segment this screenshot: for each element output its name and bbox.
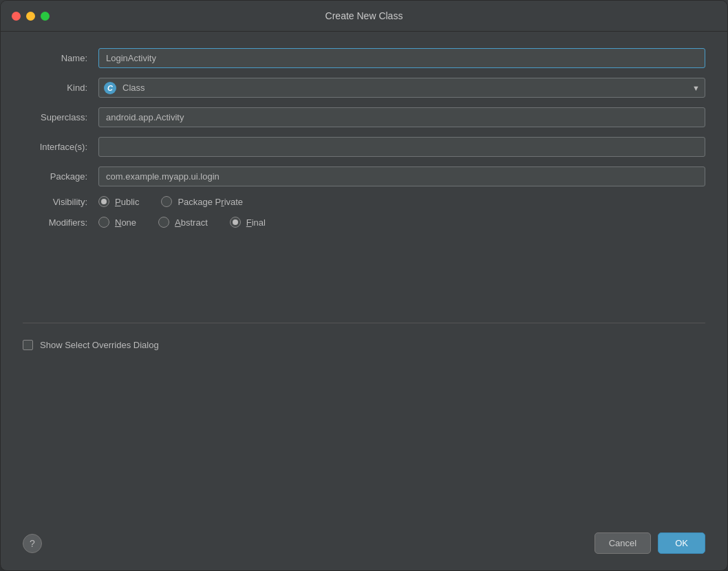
footer: ? Cancel OK (1, 521, 727, 570)
modifier-abstract-label: Abstract (175, 217, 208, 228)
visibility-public-label: Public (115, 197, 139, 207)
visibility-public-item[interactable]: Public (98, 196, 139, 207)
package-input[interactable] (98, 166, 705, 186)
ok-button[interactable]: OK (658, 532, 705, 554)
modifier-none-item[interactable]: None (98, 217, 136, 228)
visibility-package-private-label: Package Private (178, 197, 243, 207)
modifier-none-radio[interactable] (98, 217, 109, 228)
modifier-final-radio[interactable] (230, 217, 241, 228)
close-button[interactable] (12, 12, 21, 21)
visibility-group: Public Package Private (98, 196, 705, 207)
visibility-package-private-radio[interactable] (161, 196, 172, 207)
kind-select[interactable]: Class Interface Enum Annotation (98, 78, 705, 98)
show-overrides-checkbox[interactable] (23, 340, 33, 350)
divider (23, 323, 705, 323)
dialog-title: Create New Class (325, 10, 403, 21)
modifier-final-item[interactable]: Final (230, 217, 266, 228)
title-bar: Create New Class (1, 1, 727, 32)
modifier-abstract-item[interactable]: Abstract (158, 217, 208, 228)
modifier-final-label: Final (246, 217, 266, 228)
name-input[interactable] (98, 48, 705, 68)
maximize-button[interactable] (41, 12, 50, 21)
visibility-label: Visibility: (23, 197, 98, 207)
modifier-none-label: None (115, 217, 136, 228)
interfaces-row: Interface(s): (23, 137, 705, 157)
show-overrides-label: Show Select Overrides Dialog (40, 340, 159, 350)
create-new-class-dialog: Create New Class Name: Kind: C Class Int… (0, 0, 728, 571)
visibility-package-private-item[interactable]: Package Private (161, 196, 243, 207)
minimize-button[interactable] (26, 12, 35, 21)
visibility-row: Visibility: Public Package Private (23, 196, 705, 207)
modifiers-label: Modifiers: (23, 217, 98, 228)
help-button[interactable]: ? (23, 534, 42, 553)
modifiers-group: None Abstract Final (98, 217, 705, 228)
dialog-body: Name: Kind: C Class Interface Enum Annot… (1, 32, 727, 521)
cancel-button[interactable]: Cancel (595, 532, 651, 554)
name-label: Name: (23, 53, 98, 63)
visibility-public-radio[interactable] (98, 196, 109, 207)
footer-buttons: Cancel OK (595, 532, 705, 554)
superclass-row: Superclass: (23, 107, 705, 127)
kind-select-wrapper: C Class Interface Enum Annotation ▼ (98, 78, 705, 98)
superclass-input[interactable] (98, 107, 705, 127)
package-label: Package: (23, 171, 98, 182)
modifiers-row: Modifiers: None Abstract Final (23, 217, 705, 228)
superclass-label: Superclass: (23, 112, 98, 122)
package-row: Package: (23, 166, 705, 186)
kind-label: Kind: (23, 83, 98, 93)
interfaces-input[interactable] (98, 137, 705, 157)
window-controls (12, 12, 50, 21)
kind-row: Kind: C Class Interface Enum Annotation … (23, 78, 705, 98)
modifier-abstract-radio[interactable] (158, 217, 169, 228)
interfaces-label: Interface(s): (23, 142, 98, 152)
name-row: Name: (23, 48, 705, 68)
show-overrides-row: Show Select Overrides Dialog (23, 340, 705, 350)
